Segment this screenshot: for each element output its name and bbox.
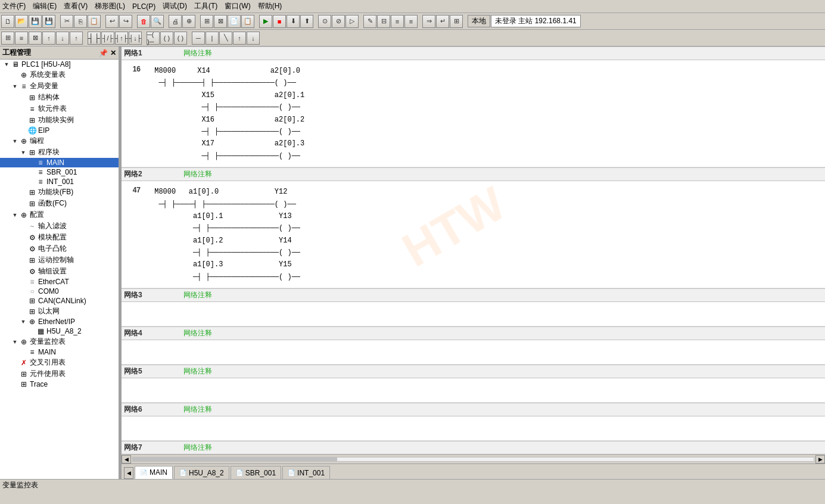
progblock-toggle[interactable]: ▼ — [19, 148, 27, 157]
globalvar-toggle[interactable]: ▼ — [11, 82, 19, 91]
tree-globalvar[interactable]: ▼ ≡ 全局变量 — [0, 80, 119, 92]
r2-down[interactable]: ↓ — [247, 32, 260, 45]
menu-debug[interactable]: 调试(D) — [163, 1, 187, 11]
r2-coil2[interactable]: ( ) — [160, 32, 173, 45]
com0-toggle[interactable] — [19, 287, 27, 295]
redo-btn[interactable]: ↪ — [119, 15, 132, 28]
network-1-content[interactable]: M8000 X14 a2[0].0 ─┤ ├──────┤ ├─────────… — [145, 63, 825, 164]
btn9[interactable]: ▷ — [345, 15, 359, 28]
funcblock-toggle[interactable] — [19, 188, 27, 197]
mainmonitor-toggle[interactable] — [19, 348, 27, 356]
btn1[interactable]: ⊞ — [200, 15, 213, 28]
tree-root[interactable]: ▼ 🖥 PLC1 [H5U-A8] — [0, 60, 119, 69]
open-btn[interactable]: 📂 — [15, 15, 28, 28]
tree-inputfilter[interactable]: ~ 输入滤波 — [0, 220, 119, 232]
scroll-track[interactable] — [132, 457, 814, 462]
tree-mainmonitor[interactable]: ≡ MAIN — [0, 347, 119, 357]
motionaxis-toggle[interactable] — [19, 256, 27, 265]
r2-vline[interactable]: | — [206, 32, 219, 45]
tree-elemuse[interactable]: ⊞ 元件使用表 — [0, 368, 119, 379]
tree-varmonitor[interactable]: ▼ ⊕ 变量监控表 — [0, 336, 119, 347]
can-toggle[interactable] — [19, 297, 27, 305]
moduleconfig-toggle[interactable] — [19, 234, 27, 242]
network-3-content[interactable] — [145, 304, 825, 323]
connection-button[interactable]: 本地 — [468, 15, 490, 27]
tree-com0[interactable]: ○ COM0 — [0, 287, 119, 296]
print-btn[interactable]: 🖨 — [169, 15, 182, 28]
btn13[interactable]: ≡ — [404, 15, 418, 28]
scroll-left-btn[interactable]: ◀ — [122, 455, 131, 463]
undo-btn[interactable]: ↩ — [105, 15, 119, 28]
trace-toggle[interactable] — [11, 380, 19, 388]
cut-btn[interactable]: ✂ — [60, 15, 73, 28]
btn16[interactable]: ⊞ — [450, 15, 463, 28]
r2-coil3[interactable]: ( ) — [174, 32, 187, 45]
tree-sbr001[interactable]: ≡ SBR_001 — [0, 167, 119, 177]
crossref-toggle[interactable] — [11, 359, 19, 367]
btn4[interactable]: 📋 — [241, 15, 254, 28]
network-5-content[interactable] — [145, 381, 825, 400]
btn6[interactable]: ⬆ — [300, 15, 313, 28]
tree-ethernetip[interactable]: ▼ ⊕ EtherNet/IP — [0, 317, 119, 326]
menu-plc[interactable]: PLC(P) — [132, 2, 155, 11]
r2-coil1[interactable]: ─( )─ — [147, 32, 160, 45]
laneth-toggle[interactable] — [19, 307, 27, 316]
btn2[interactable]: ⊠ — [214, 15, 227, 28]
hscrollbar[interactable]: ◀ ▶ — [122, 454, 825, 463]
new-btn[interactable]: 🗋 — [1, 15, 14, 28]
stop-btn[interactable]: ■ — [273, 15, 286, 28]
h5ua82-toggle[interactable] — [27, 327, 36, 335]
btn10[interactable]: ✎ — [363, 15, 376, 28]
panel-close-btn[interactable]: ✕ — [110, 49, 116, 57]
tree-fbexample[interactable]: ⊞ 功能块实例 — [0, 114, 119, 126]
find-btn[interactable]: 🔍 — [151, 15, 164, 28]
tree-laneth[interactable]: ⊞ 以太网 — [0, 306, 119, 317]
r2-btn6[interactable]: ↑ — [70, 32, 83, 45]
menu-window[interactable]: 窗口(W) — [225, 1, 250, 11]
save-btn[interactable]: 💾 — [29, 15, 42, 28]
tree-can[interactable]: ⊞ CAN(CANLink) — [0, 296, 119, 306]
delete-btn[interactable]: 🗑 — [137, 15, 150, 28]
tree-softelem[interactable]: ≡ 软元件表 — [0, 103, 119, 114]
tree-axisconfig[interactable]: ⚙ 轴组设置 — [0, 266, 119, 277]
btn11[interactable]: ⊟ — [377, 15, 390, 28]
tree-main[interactable]: ≡ MAIN — [0, 158, 119, 167]
r2-btn3[interactable]: ⊠ — [29, 32, 42, 45]
r2-contact3[interactable]: ┤↑├ — [115, 32, 128, 45]
btn15[interactable]: ↵ — [436, 15, 449, 28]
config-toggle[interactable]: ▼ — [11, 211, 19, 219]
tree-config[interactable]: ▼ ⊕ 配置 — [0, 209, 119, 220]
tab-scroll-left[interactable]: ◀ — [124, 467, 133, 479]
ethercat-toggle[interactable] — [19, 278, 27, 286]
tab-sbr[interactable]: 📄 SBR_001 — [231, 466, 281, 479]
tree-progblock[interactable]: ▼ ⊞ 程序块 — [0, 147, 119, 158]
func-toggle[interactable] — [19, 200, 27, 208]
network-4-content[interactable] — [145, 343, 825, 362]
menu-ladder[interactable]: 梯形图(L) — [95, 1, 125, 11]
r2-contact4[interactable]: ┤↓├ — [129, 32, 142, 45]
saveas-btn[interactable]: 💾 — [42, 15, 55, 28]
menu-edit[interactable]: 编辑(E) — [33, 1, 57, 11]
tree-crossref[interactable]: ✗ 交叉引用表 — [0, 357, 119, 368]
btn8[interactable]: ⊘ — [332, 15, 345, 28]
ethernetip-toggle[interactable]: ▼ — [19, 318, 27, 326]
run-btn[interactable]: ▶ — [259, 15, 272, 28]
print2-btn[interactable]: ⊕ — [182, 15, 195, 28]
int001-toggle[interactable] — [27, 178, 36, 186]
inputfilter-toggle[interactable] — [19, 222, 27, 231]
ecam-toggle[interactable] — [19, 245, 27, 253]
menu-help[interactable]: 帮助(H) — [258, 1, 282, 11]
tab-main[interactable]: 📄 MAIN — [135, 466, 173, 479]
tree-ethercat[interactable]: ≡ EtherCAT — [0, 277, 119, 287]
tree-trace[interactable]: ⊞ Trace — [0, 379, 119, 389]
eip-toggle[interactable] — [19, 126, 27, 135]
sysvar-toggle[interactable] — [11, 71, 19, 79]
sbr001-toggle[interactable] — [27, 168, 36, 176]
scroll-thumb[interactable] — [133, 458, 337, 461]
fbexample-toggle[interactable] — [19, 116, 27, 125]
tree-struct[interactable]: ⊞ 结构体 — [0, 92, 119, 103]
root-toggle[interactable]: ▼ — [2, 60, 11, 69]
r2-up[interactable]: ↑ — [233, 32, 246, 45]
tree-ecam[interactable]: ⚙ 电子凸轮 — [0, 243, 119, 254]
menu-view[interactable]: 查看(V) — [64, 1, 88, 11]
